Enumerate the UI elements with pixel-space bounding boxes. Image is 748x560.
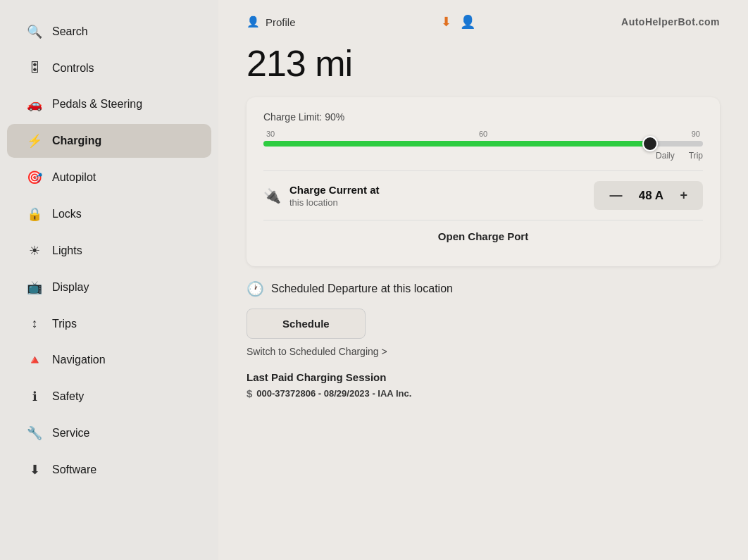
sidebar-item-software[interactable]: ⬇Software (7, 453, 211, 487)
last-paid-title: Last Paid Charging Session (247, 371, 720, 383)
controls-icon: 🎛 (27, 61, 42, 75)
sidebar-label-autopilot: Autopilot (52, 171, 96, 184)
sidebar-label-search: Search (52, 25, 88, 38)
sidebar-item-controls[interactable]: 🎛Controls (7, 51, 211, 85)
trip-label: Trip (689, 151, 703, 161)
service-icon: 🔧 (27, 425, 42, 441)
sidebar-item-trips[interactable]: ↕Trips (7, 307, 211, 340)
charge-current-title: Charge Current at (289, 183, 380, 197)
sidebar-item-locks[interactable]: 🔒Locks (7, 197, 211, 231)
sidebar-label-navigation: Navigation (52, 354, 106, 366)
main-content: 👤 Profile ⬇ 👤 AutoHelperBot.com 213 mi C… (218, 0, 748, 560)
switch-scheduled-link[interactable]: Switch to Scheduled Charging > (247, 346, 720, 357)
slider-fill (263, 141, 650, 147)
locks-icon: 🔒 (27, 206, 42, 222)
user-circle-icon[interactable]: 👤 (460, 14, 475, 30)
current-value: 48 A (633, 189, 668, 203)
charge-limit-label: Charge Limit: 90% (263, 111, 703, 123)
sidebar-label-locks: Locks (52, 208, 82, 220)
sidebar-item-display[interactable]: 📺Display (7, 270, 211, 304)
sidebar: 🔍Search🎛Controls🚗Pedals & Steering⚡Charg… (0, 0, 218, 560)
clock-icon: 🕐 (247, 280, 264, 297)
software-icon: ⬇ (27, 462, 42, 478)
plug-icon: 🔌 (263, 187, 281, 204)
charge-current-row: 🔌 Charge Current at this location — 48 A… (263, 181, 703, 210)
sidebar-label-safety: Safety (52, 390, 84, 403)
header-icons: ⬇ 👤 (441, 14, 475, 30)
profile-label: Profile (266, 16, 296, 28)
dollar-icon: $ (247, 387, 252, 399)
scheduled-departure-label: Scheduled Departure at this location (271, 282, 453, 295)
schedule-button[interactable]: Schedule (247, 309, 366, 339)
slider-ticks: 30 60 90 (263, 130, 703, 138)
charge-slider-track[interactable] (263, 141, 703, 147)
autopilot-icon: 🎯 (27, 170, 42, 185)
current-plus-button[interactable]: + (675, 187, 692, 204)
sidebar-label-charging: Charging (52, 135, 101, 147)
safety-icon: ℹ (27, 389, 42, 404)
profile-icon: 👤 (247, 15, 260, 28)
tick-30: 30 (266, 130, 275, 138)
sidebar-item-charging[interactable]: ⚡Charging (7, 124, 211, 158)
display-icon: 📺 (27, 280, 42, 295)
sidebar-item-safety[interactable]: ℹSafety (7, 380, 211, 413)
charge-current-info: Charge Current at this location (289, 183, 380, 208)
slider-labels: Daily Trip (263, 151, 703, 161)
sidebar-item-lights[interactable]: ☀Lights (7, 234, 211, 268)
download-icon[interactable]: ⬇ (441, 14, 451, 30)
tick-60: 60 (479, 130, 487, 138)
lights-icon: ☀ (27, 243, 42, 259)
daily-label: Daily (656, 151, 675, 161)
sidebar-label-lights: Lights (52, 244, 82, 257)
divider (263, 170, 703, 171)
sidebar-label-controls: Controls (52, 62, 94, 75)
sidebar-label-display: Display (52, 281, 89, 294)
pedals-steering-icon: 🚗 (27, 97, 42, 112)
tick-90: 90 (692, 130, 700, 138)
sidebar-item-search[interactable]: 🔍Search (7, 15, 211, 49)
sidebar-label-software: Software (52, 463, 96, 476)
sidebar-item-pedals-steering[interactable]: 🚗Pedals & Steering (7, 87, 211, 121)
charge-card: Charge Limit: 90% 30 60 90 Daily Trip 🔌 … (247, 97, 720, 266)
sidebar-item-navigation[interactable]: 🔺Navigation (7, 343, 211, 377)
current-minus-button[interactable]: — (605, 187, 626, 204)
trips-icon: ↕ (27, 316, 42, 331)
top-header: 👤 Profile ⬇ 👤 AutoHelperBot.com (247, 14, 720, 30)
sidebar-item-autopilot[interactable]: 🎯Autopilot (7, 161, 211, 194)
scheduled-departure: 🕐 Scheduled Departure at this location (247, 280, 720, 297)
sidebar-label-service: Service (52, 427, 89, 440)
range-display: 213 mi (247, 42, 720, 85)
slider-thumb[interactable] (642, 136, 658, 151)
profile-link[interactable]: 👤 Profile (247, 15, 296, 28)
last-paid-details: 000-37372806 - 08/29/2023 - IAA Inc. (256, 388, 411, 399)
search-icon: 🔍 (27, 24, 42, 39)
last-paid-info: $ 000-37372806 - 08/29/2023 - IAA Inc. (247, 387, 720, 399)
charge-current-sub: this location (289, 197, 380, 208)
charge-current-left: 🔌 Charge Current at this location (263, 183, 380, 208)
sidebar-label-pedals-steering: Pedals & Steering (52, 98, 142, 111)
sidebar-label-trips: Trips (52, 318, 77, 330)
navigation-icon: 🔺 (27, 352, 42, 368)
open-charge-port-button[interactable]: Open Charge Port (263, 220, 703, 252)
charging-icon: ⚡ (27, 133, 42, 149)
watermark: AutoHelperBot.com (621, 16, 720, 27)
sidebar-item-service[interactable]: 🔧Service (7, 416, 211, 450)
charge-current-control: — 48 A + (594, 181, 703, 210)
